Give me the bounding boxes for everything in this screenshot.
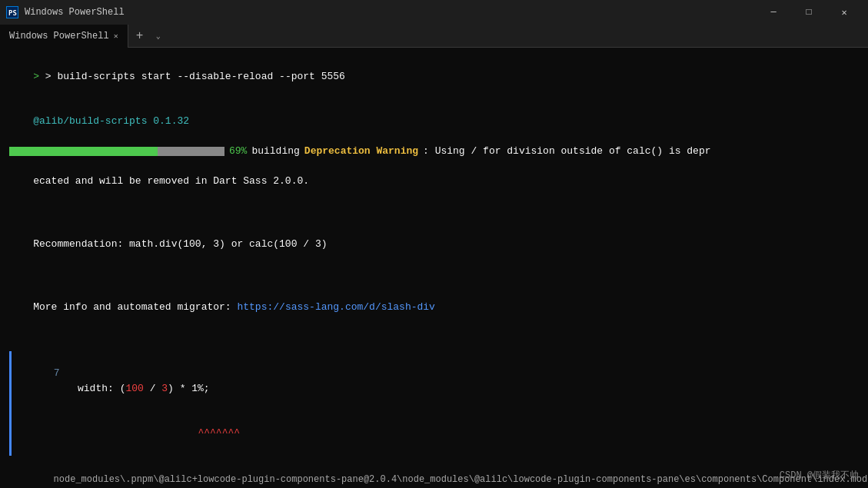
package-name: @alib/build-scripts 0.1.32	[33, 115, 189, 127]
code-line: 7 width: (100 / 3) * 1%;	[18, 351, 859, 411]
deprecation-line2: ecated and will be removed in Dart Sass …	[9, 159, 859, 204]
app-icon: PS	[6, 6, 18, 18]
building-text: building	[251, 144, 299, 159]
carets: ^^^^^^^	[132, 427, 240, 439]
deprecation-msg: : Using / for division outside of calc()…	[423, 144, 710, 159]
progress-fill	[9, 147, 158, 156]
sass-url: https://sass-lang.com/d/slash-div	[237, 301, 434, 313]
tab-label: Windows PowerShell	[9, 31, 109, 41]
more-info-text: More info	[33, 301, 93, 313]
node-modules-text: node_modules\.pnpm\@alilc+lowcode-plugin…	[32, 474, 868, 485]
more-info-line: More info and automated migrator: https:…	[9, 285, 859, 330]
window-controls: ─ □ ✕	[756, 0, 862, 25]
progress-line: 69% buildingDeprecation Warning: Using /…	[9, 144, 859, 159]
tab-powershell[interactable]: Windows PowerShell ✕	[0, 25, 128, 48]
code-carets-line: ^^^^^^^	[18, 411, 859, 456]
prompt-symbol: >	[33, 71, 45, 82]
command-text: > build-scripts start --disable-reload -…	[45, 71, 345, 82]
code-block: 7 width: (100 / 3) * 1%; ^^^^^^^	[9, 351, 859, 456]
terminal-content: > > build-scripts start --disable-reload…	[0, 48, 868, 488]
minimize-button[interactable]: ─	[756, 0, 791, 25]
package-line: @alib/build-scripts 0.1.32	[9, 99, 859, 144]
recommendation-text: Recommendation: math.div(100, 3) or calc…	[33, 238, 327, 250]
line-number: 7	[54, 366, 66, 381]
code-value1: 100	[125, 383, 143, 394]
blank-line1	[9, 207, 859, 222]
node-modules-line: node_modules\.pnpm\@alilc+lowcode-plugin…	[9, 459, 859, 488]
tab-bar: Windows PowerShell ✕ + ⌄	[0, 25, 868, 48]
progress-bar	[9, 147, 224, 156]
tab-close-icon[interactable]: ✕	[114, 32, 118, 41]
progress-unfill	[158, 147, 224, 156]
svg-text:PS: PS	[8, 9, 17, 17]
prompt-line: > > build-scripts start --disable-reload…	[9, 54, 859, 99]
recommendation-line: Recommendation: math.div(100, 3) or calc…	[9, 222, 859, 267]
title-bar: PS Windows PowerShell ─ □ ✕	[0, 0, 868, 25]
progress-percent: 69%	[229, 144, 247, 159]
new-tab-button[interactable]: +	[128, 25, 151, 48]
blank-line2	[9, 270, 859, 285]
deprecation-label: Deprecation Warning	[304, 144, 418, 159]
tab-dropdown-icon[interactable]: ⌄	[151, 32, 165, 41]
blank-line3	[9, 333, 859, 348]
code-value2: 3	[161, 383, 168, 394]
close-button[interactable]: ✕	[826, 0, 862, 25]
carets-indent	[66, 427, 132, 439]
watermark: CSDN @假装我不帅	[780, 469, 859, 482]
deprecation-continued: ecated and will be removed in Dart Sass …	[33, 175, 309, 187]
window-title: Windows PowerShell	[25, 7, 750, 18]
maximize-button[interactable]: □	[791, 0, 826, 25]
code-indent: width: (	[54, 383, 126, 394]
